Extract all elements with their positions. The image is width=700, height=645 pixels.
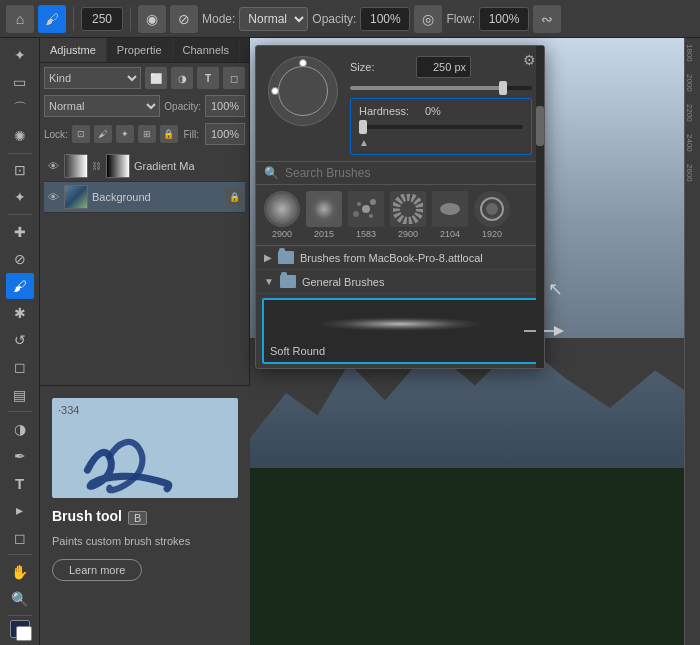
background-color-icon[interactable]: [16, 626, 32, 641]
flow-input[interactable]: 100%: [479, 7, 529, 31]
layer-type-select[interactable]: Kind: [44, 67, 141, 89]
gradient-tool-icon[interactable]: ▤: [6, 382, 34, 407]
size-row: Size: 250 px: [350, 56, 532, 78]
paint-brush-icon[interactable]: 🖌: [6, 273, 34, 298]
opacity-label: Opacity:: [312, 12, 356, 26]
opacity-value-input[interactable]: [205, 95, 245, 117]
lock-move-btn[interactable]: ✦: [116, 125, 134, 143]
brush-stroke-svg: [52, 398, 238, 498]
brush-hardness-handle-left[interactable]: [271, 87, 279, 95]
learn-more-button[interactable]: Learn more: [52, 559, 142, 581]
brush-icon[interactable]: ⊘: [6, 246, 34, 271]
pen-tool-icon[interactable]: ✒: [6, 443, 34, 468]
shape-tool-icon[interactable]: ◻: [6, 525, 34, 550]
fill-value-input[interactable]: [205, 123, 245, 145]
eraser-icon[interactable]: ◻: [6, 355, 34, 380]
brush-size-input[interactable]: 250: [81, 7, 123, 31]
brush-tool-sketch: ·334: [52, 398, 238, 498]
brush-thumb-img-1: [264, 191, 300, 227]
selected-brush-item[interactable]: Soft Round: [262, 298, 538, 364]
brush-tool-icon[interactable]: 🖌: [38, 5, 66, 33]
layer-eye-background[interactable]: 👁: [46, 190, 60, 204]
tooltip-panel: ·334 Brush tool B Paints custom brush st…: [40, 385, 250, 645]
brush-thumb-6[interactable]: 1920: [474, 191, 510, 239]
hardness-box: Hardness: 0% ▲: [350, 98, 532, 155]
separator-1: [73, 7, 74, 31]
layer-eye-gradient[interactable]: 👁: [46, 159, 60, 173]
hardness-slider-thumb[interactable]: [359, 120, 367, 134]
layer-filter-row: Kind ⬜ ◑ T ◻: [44, 67, 245, 89]
size-slider-thumb[interactable]: [499, 81, 507, 95]
brush-toggle-icon[interactable]: ⊘: [170, 5, 198, 33]
lock-paint-btn[interactable]: 🖌: [94, 125, 112, 143]
brush-thumb-1[interactable]: 2900: [264, 191, 300, 239]
properties-tab[interactable]: Propertie: [107, 38, 173, 62]
crop-tool-icon[interactable]: ⊡: [6, 158, 34, 183]
brush-thumb-label-3: 1583: [356, 229, 376, 239]
marquee-tool-icon[interactable]: ▭: [6, 69, 34, 94]
size-slider-track[interactable]: [350, 86, 532, 90]
folder-icon-general: [280, 275, 296, 288]
brush-picker-icon[interactable]: ◉: [138, 5, 166, 33]
layer-blending-row: Normal Opacity:: [44, 95, 245, 117]
svg-point-6: [353, 211, 359, 217]
pressure-opacity-icon[interactable]: ◎: [414, 5, 442, 33]
brush-settings-gear-icon[interactable]: ⚙: [523, 52, 536, 68]
layer-item-gradient[interactable]: 👁 ⛓ Gradient Ma: [44, 151, 245, 182]
lock-transparent-btn[interactable]: ⊡: [72, 125, 90, 143]
zoom-tool-icon[interactable]: 🔍: [6, 586, 34, 611]
mode-label: Mode:: [202, 12, 235, 26]
dodge-tool-icon[interactable]: ◑: [6, 416, 34, 441]
clone-stamp-icon[interactable]: ✱: [6, 301, 34, 326]
hardness-slider-track[interactable]: [359, 125, 523, 129]
tooltip-title-row: Brush tool B: [52, 508, 238, 528]
brush-thumb-3[interactable]: 1583: [348, 191, 384, 239]
layer-filter-pixel-btn[interactable]: ⬜: [145, 67, 167, 89]
lock-all-btn[interactable]: 🔒: [160, 125, 178, 143]
layer-name-background: Background: [92, 191, 221, 203]
brush-panel-scrollbar[interactable]: [536, 46, 544, 368]
brush-scroll-thumb[interactable]: [536, 106, 544, 146]
home-icon[interactable]: ⌂: [6, 5, 34, 33]
group-arrow-general: ▼: [264, 276, 274, 287]
brush-thumb-img-2: [306, 191, 342, 227]
brush-thumb-2[interactable]: 2015: [306, 191, 342, 239]
svg-point-7: [396, 197, 420, 221]
folder-icon-macbook: [278, 251, 294, 264]
brush-thumb-5[interactable]: 2104: [432, 191, 468, 239]
type-tool-icon[interactable]: T: [6, 471, 34, 496]
layer-filter-adjust-btn[interactable]: ◑: [171, 67, 193, 89]
lock-row: Lock: ⊡ 🖌 ✦ ⊞ 🔒 Fill:: [44, 123, 245, 145]
layer-filter-shape-btn[interactable]: ◻: [223, 67, 245, 89]
brush-preview-circle[interactable]: [268, 56, 338, 126]
size-value-input[interactable]: 250 px: [416, 56, 471, 78]
right-ruler: 1800 2000 2200 2400 2600: [684, 38, 700, 645]
brush-thumb-4[interactable]: 2900: [390, 191, 426, 239]
airbrush-icon[interactable]: ∾: [533, 5, 561, 33]
tool-separator-3: [8, 411, 32, 412]
layer-mask-gradient: [106, 154, 130, 178]
move-tool-icon[interactable]: ✦: [6, 42, 34, 67]
brush-size-handle-top[interactable]: [299, 59, 307, 67]
lasso-tool-icon[interactable]: ⌒: [6, 96, 34, 121]
adjustments-tab[interactable]: Adjustme: [40, 38, 107, 62]
layer-filter-type-btn[interactable]: T: [197, 67, 219, 89]
brush-search-input[interactable]: [285, 166, 536, 180]
brush-group-macbook[interactable]: ▶ Brushes from MacBook-Pro-8.attlocal: [256, 246, 544, 270]
brush-group-general[interactable]: ▼ General Brushes: [256, 270, 544, 294]
blend-mode-select[interactable]: Normal: [44, 95, 160, 117]
channels-tab[interactable]: Channels: [173, 38, 240, 62]
opacity-input[interactable]: 100%: [360, 7, 410, 31]
search-icon: 🔍: [264, 166, 279, 180]
mode-select[interactable]: Normal: [239, 7, 308, 31]
quick-select-icon[interactable]: ✺: [6, 124, 34, 149]
lock-artboard-btn[interactable]: ⊞: [138, 125, 156, 143]
svg-marker-12: [554, 326, 564, 336]
heal-tool-icon[interactable]: ✚: [6, 219, 34, 244]
layer-item-background[interactable]: 👁 Background 🔒: [44, 182, 245, 213]
hand-tool-icon[interactable]: ✋: [6, 559, 34, 584]
eyedropper-icon[interactable]: ✦: [6, 185, 34, 210]
history-brush-icon[interactable]: ↺: [6, 328, 34, 353]
selected-brush-name: Soft Round: [270, 343, 325, 359]
path-select-icon[interactable]: ▸: [6, 498, 34, 523]
